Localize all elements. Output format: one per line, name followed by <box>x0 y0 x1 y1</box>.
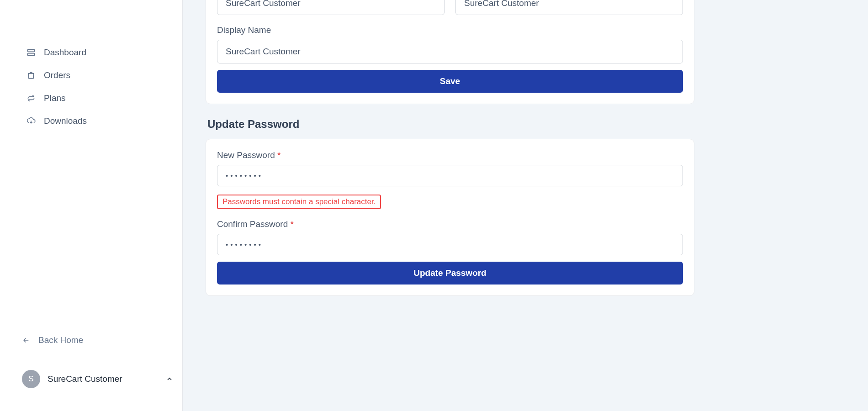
sidebar-item-dashboard[interactable]: Dashboard <box>0 41 182 64</box>
new-password-label: New Password * <box>217 150 683 160</box>
arrow-left-icon <box>22 336 30 344</box>
password-error: Passwords must contain a special charact… <box>217 195 381 209</box>
update-password-button[interactable]: Update Password <box>217 262 683 285</box>
download-cloud-icon <box>26 116 36 126</box>
sidebar-item-label: Plans <box>44 93 66 103</box>
sidebar: Dashboard Orders Plans Downloads <box>0 0 183 411</box>
sidebar-item-plans[interactable]: Plans <box>0 87 182 110</box>
sidebar-footer: Back Home S SureCart Customer <box>0 329 182 411</box>
sidebar-nav: Dashboard Orders Plans Downloads <box>0 0 182 329</box>
chevron-up-icon <box>166 375 173 383</box>
sidebar-item-label: Downloads <box>44 116 87 126</box>
confirm-password-label-text: Confirm Password <box>217 219 288 229</box>
svg-rect-1 <box>28 53 35 56</box>
sidebar-item-downloads[interactable]: Downloads <box>0 110 182 132</box>
sidebar-item-label: Dashboard <box>44 47 86 58</box>
last-name-field[interactable] <box>455 0 683 15</box>
main-content: Display Name Save Update Password New Pa… <box>183 0 868 411</box>
required-mark: * <box>291 219 294 229</box>
save-button[interactable]: Save <box>217 70 683 93</box>
avatar-initial: S <box>28 374 33 384</box>
first-name-field[interactable] <box>217 0 445 15</box>
svg-rect-0 <box>28 49 35 52</box>
new-password-label-text: New Password <box>217 150 275 160</box>
new-password-field[interactable] <box>217 165 683 186</box>
display-name-label: Display Name <box>217 25 683 35</box>
user-menu[interactable]: S SureCart Customer <box>0 365 182 393</box>
update-password-heading: Update Password <box>207 118 854 131</box>
back-home-link[interactable]: Back Home <box>0 329 182 352</box>
sidebar-item-orders[interactable]: Orders <box>0 64 182 87</box>
display-name-field[interactable] <box>217 40 683 63</box>
password-card: New Password * Passwords must contain a … <box>206 139 694 296</box>
required-mark: * <box>277 150 281 160</box>
user-name: SureCart Customer <box>48 374 159 384</box>
confirm-password-label: Confirm Password * <box>217 219 683 229</box>
dashboard-icon <box>26 48 36 57</box>
bag-icon <box>26 71 36 80</box>
avatar: S <box>22 370 40 388</box>
refresh-icon <box>26 94 36 103</box>
sidebar-item-label: Orders <box>44 70 70 80</box>
confirm-password-field[interactable] <box>217 234 683 255</box>
profile-card: Display Name Save <box>206 0 694 104</box>
back-home-label: Back Home <box>38 335 83 345</box>
